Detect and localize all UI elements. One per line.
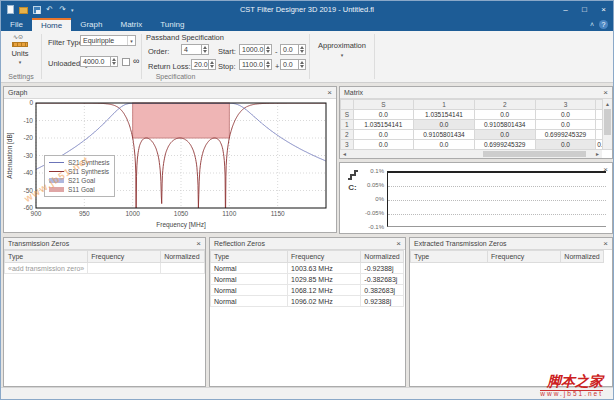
matrix-header-cell[interactable]: 1 [414,100,475,110]
matrix-cell[interactable]: 0.9105801434 [414,130,475,140]
minimize-button[interactable]: – [556,1,575,18]
table-cell[interactable]: Normal [211,296,288,307]
table-cell[interactable]: 1003.63 MHz [288,263,361,274]
matrix-cell[interactable]: 0.0 [353,110,413,120]
column-header[interactable]: Frequency [288,251,361,263]
matrix-vertical-scrollbar[interactable]: ▲ [602,99,612,149]
reflection-zeros-table[interactable]: TypeFrequencyNormalizedNormal1003.63 MHz… [210,250,404,307]
matrix-row[interactable]: 30.00.00.69992453290.00.91 [341,140,612,150]
stop-offset-stepper[interactable]: 0.0 [280,59,306,70]
matrix-close-icon[interactable]: × [603,88,608,98]
extracted-tz-table[interactable]: TypeFrequencyNormalized [410,250,604,263]
table-cell[interactable]: 0.92388j [361,296,403,307]
return-loss-stepper[interactable]: 20.0 [191,59,209,70]
matrix-cell[interactable]: 1.035154141 [414,110,475,120]
coupling-matrix-table[interactable]: S123S0.01.0351541410.00.011.0351541410.0… [340,99,612,150]
matrix-cell[interactable]: S [341,110,354,120]
matrix-cell[interactable]: 3 [341,140,354,150]
table-cell[interactable]: 1068.12 MHz [288,285,361,296]
table-cell[interactable]: 1096.02 MHz [288,296,361,307]
table-row[interactable]: Normal1029.85 MHz-0.382683j [211,274,404,285]
table-cell[interactable]: Normal [211,285,288,296]
matrix-cell[interactable]: 0.0 [535,140,596,150]
transmission-zeros-table[interactable]: TypeFrequencyNormalized«add transmission… [4,250,205,274]
matrix-header-cell[interactable]: 3 [535,100,596,110]
table-cell[interactable]: 0.382683j [361,285,403,296]
extraction-chart[interactable] [387,171,606,227]
matrix-cell[interactable]: 0.6999245329 [474,140,535,150]
table-cell[interactable] [161,263,205,274]
matrix-cell[interactable]: 1.035154141 [353,120,413,130]
new-document-icon[interactable] [6,5,15,14]
column-header[interactable]: Type [411,251,488,263]
maximize-button[interactable]: □ [575,1,594,18]
table-row[interactable]: Normal1096.02 MHz0.92388j [211,296,404,307]
column-header[interactable]: Frequency [488,251,561,263]
collapse-ribbon-icon[interactable]: ˄ [590,21,594,28]
matrix-cell[interactable]: 0.6999245329 [535,130,596,140]
unloaded-q-infinite-checkbox[interactable] [122,58,130,66]
scroll-left-icon[interactable]: ◄ [340,150,349,158]
column-header[interactable]: Type [211,251,288,263]
unloaded-q-stepper[interactable]: 4000.0 [80,56,118,67]
table-cell[interactable]: Normal [211,274,288,285]
matrix-row[interactable]: 11.0351541410.00.91058014340.0 [341,120,612,130]
tab-tuning[interactable]: Tuning [151,18,193,31]
reflection-zeros-close-icon[interactable]: × [396,239,401,249]
matrix-cell[interactable]: 0.0 [414,120,475,130]
return-loss-spin-buttons[interactable] [209,59,216,70]
table-row[interactable]: Normal1003.63 MHz-0.92388j [211,263,404,274]
units-button[interactable]: ∿⊙ Units ▾ [4,34,36,72]
tab-file[interactable]: File [1,18,32,31]
matrix-cell[interactable]: 0.9105801434 [474,120,535,130]
scroll-right-icon[interactable]: ► [593,150,602,158]
column-header[interactable]: Normalized [161,251,205,263]
matrix-cell[interactable]: 0.0 [474,110,535,120]
undo-icon[interactable]: ↶ [45,5,54,14]
matrix-cell[interactable]: 1 [341,120,354,130]
order-stepper[interactable]: 4 [181,44,209,55]
tab-home[interactable]: Home [32,18,71,31]
tab-matrix[interactable]: Matrix [111,18,151,31]
matrix-cell[interactable]: 0.0 [535,120,596,130]
open-folder-icon[interactable] [19,5,28,14]
matrix-row[interactable]: S0.01.0351541410.00.0 [341,110,612,120]
table-cell[interactable] [88,263,161,274]
tab-graph[interactable]: Graph [71,18,111,31]
qat-dropdown-icon[interactable]: ▾ [71,7,74,13]
close-button[interactable]: × [594,1,613,18]
matrix-row[interactable]: 20.00.91058014340.00.6999245329 [341,130,612,140]
matrix-cell[interactable]: 0.0 [353,130,413,140]
column-header[interactable]: Normalized [361,251,403,263]
matrix-header-cell[interactable] [341,100,354,110]
start-offset-stepper[interactable]: 0.0 [280,44,306,55]
table-row[interactable]: Normal1068.12 MHz0.382683j [211,285,404,296]
column-header[interactable]: Normalized [561,251,603,263]
start-stepper[interactable]: 1000.0 [239,44,272,55]
table-row[interactable]: «add transmission zero» [5,263,205,274]
matrix-cell[interactable]: 2 [341,130,354,140]
approximation-button[interactable]: Approximation ▾ [316,41,368,59]
transmission-zeros-close-icon[interactable]: × [196,239,201,249]
table-cell[interactable]: «add transmission zero» [5,263,88,274]
extracted-tz-close-icon[interactable]: × [603,239,608,249]
stop-stepper[interactable]: 1100.0 [239,59,272,70]
save-icon[interactable] [32,5,41,14]
table-cell[interactable]: -0.382683j [361,274,403,285]
matrix-cell[interactable]: 0.0 [474,130,535,140]
column-header[interactable]: Frequency [88,251,161,263]
matrix-cell[interactable]: 0.0 [535,110,596,120]
matrix-header-cell[interactable]: S [353,100,413,110]
matrix-horizontal-scrollbar[interactable]: ◄ ► [340,149,602,158]
graph-chart[interactable]: 90095010001050110011500-10-20-30-40-50-6… [4,99,336,232]
filter-type-select[interactable]: Equiripple ▾ [80,35,136,46]
table-cell[interactable]: Normal [211,263,288,274]
graph-close-icon[interactable]: × [327,88,332,98]
table-cell[interactable]: 1029.85 MHz [288,274,361,285]
matrix-cell[interactable]: 0.0 [414,140,475,150]
matrix-header-cell[interactable]: 2 [474,100,535,110]
column-header[interactable]: Type [5,251,88,263]
redo-icon[interactable]: ↷ [58,5,67,14]
matrix-cell[interactable]: 0.0 [353,140,413,150]
scroll-up-icon[interactable]: ▲ [603,99,612,108]
